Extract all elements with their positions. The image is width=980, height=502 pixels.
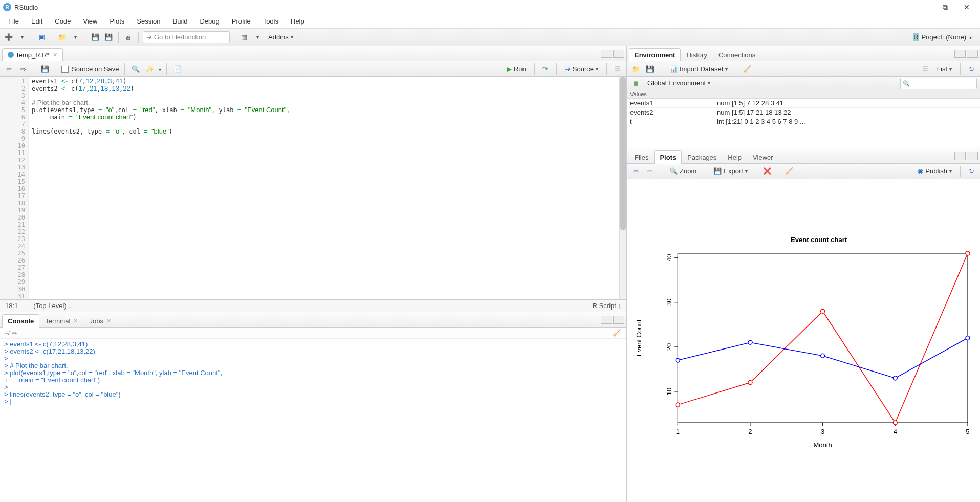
list-view-dropdown[interactable]: List bbox=[934, 63, 955, 75]
env-scope-dropdown[interactable]: Global Environment bbox=[644, 78, 713, 89]
minimize-env-button[interactable] bbox=[954, 50, 966, 58]
close-icon[interactable]: ✕ bbox=[106, 318, 111, 324]
remove-plot-icon[interactable]: ❌ bbox=[761, 166, 773, 177]
svg-point-29 bbox=[821, 354, 825, 358]
zoom-button[interactable]: 🔍Zoom bbox=[666, 166, 700, 177]
minimize-button[interactable]: — bbox=[918, 1, 930, 13]
scope-selector[interactable]: (Top Level) bbox=[18, 302, 592, 310]
console-dir-icon[interactable]: ➦ bbox=[12, 329, 17, 337]
export-button[interactable]: 💾Export bbox=[710, 166, 751, 177]
window-title: RStudio bbox=[14, 4, 918, 11]
wand-icon[interactable]: ✨ bbox=[144, 63, 156, 75]
addins-dropdown[interactable]: Addins bbox=[265, 33, 296, 41]
maximize-env-button[interactable] bbox=[967, 50, 978, 58]
source-on-save-checkbox[interactable] bbox=[61, 66, 69, 73]
close-tab-icon[interactable]: ✕ bbox=[53, 52, 57, 58]
maximize-plots-button[interactable] bbox=[967, 152, 978, 160]
minimize-plots-button[interactable] bbox=[954, 152, 966, 160]
menu-file[interactable]: File bbox=[2, 15, 25, 27]
maximize-button[interactable]: ⧉ bbox=[939, 1, 951, 13]
menu-edit[interactable]: Edit bbox=[25, 15, 49, 27]
minimize-console-button[interactable] bbox=[601, 316, 612, 324]
source-pane: temp_R.R* ✕ ⇦ ⇨ 💾 Source on Save 🔍 ✨ bbox=[0, 46, 626, 312]
open-recent-dropdown[interactable] bbox=[70, 32, 81, 43]
publish-button[interactable]: ◉Publish bbox=[914, 166, 955, 177]
menu-view[interactable]: View bbox=[77, 15, 103, 27]
menu-build[interactable]: Build bbox=[167, 15, 194, 27]
outline-icon[interactable]: ☰ bbox=[612, 63, 623, 75]
clear-plots-icon[interactable]: 🧹 bbox=[783, 166, 795, 177]
refresh-env-icon[interactable]: ↻ bbox=[966, 63, 977, 75]
grid-dropdown[interactable] bbox=[252, 32, 263, 43]
menu-help[interactable]: Help bbox=[285, 15, 311, 27]
find-icon[interactable]: 🔍 bbox=[130, 63, 141, 75]
tab-help[interactable]: Help bbox=[722, 150, 747, 164]
prev-plot-icon[interactable]: ⇦ bbox=[630, 166, 641, 177]
menu-tools[interactable]: Tools bbox=[257, 15, 285, 27]
tab-environment[interactable]: Environment bbox=[629, 48, 681, 61]
code-tools-dropdown[interactable] bbox=[159, 65, 161, 73]
svg-text:Event Count: Event Count bbox=[635, 319, 643, 356]
env-row[interactable]: events1num [1:5] 7 12 28 3 41 bbox=[627, 99, 980, 108]
load-workspace-icon[interactable]: 📁 bbox=[630, 63, 641, 75]
env-row[interactable]: tint [1:21] 0 1 2 3 4 5 6 7 8 9 ... bbox=[627, 117, 980, 126]
forward-icon[interactable]: ⇨ bbox=[17, 63, 29, 75]
main-toolbar: ➕ ▣ 📁 💾 💾 🖨 ➔ Go to file/function ▦ Addi… bbox=[0, 29, 980, 46]
code-editor[interactable]: 1 2 3 4 5 6 7 8 9 10 11 12 13 14 15 16 1… bbox=[0, 77, 626, 299]
svg-text:3: 3 bbox=[821, 428, 824, 435]
rerun-icon[interactable]: ↷ bbox=[540, 63, 551, 75]
source-button[interactable]: ➔Source bbox=[562, 63, 601, 75]
search-env-input[interactable] bbox=[900, 78, 977, 89]
save-all-icon[interactable]: 💾 bbox=[103, 32, 114, 43]
tab-history[interactable]: History bbox=[681, 48, 712, 61]
tab-jobs[interactable]: Jobs✕ bbox=[83, 314, 116, 328]
open-file-icon[interactable]: 📁 bbox=[56, 32, 68, 43]
new-file-dropdown[interactable] bbox=[16, 32, 28, 43]
menu-session[interactable]: Session bbox=[130, 15, 166, 27]
tab-packages[interactable]: Packages bbox=[682, 150, 722, 164]
tab-files[interactable]: Files bbox=[629, 150, 654, 164]
clear-env-icon[interactable]: 🧹 bbox=[742, 63, 753, 75]
menu-code[interactable]: Code bbox=[49, 15, 77, 27]
new-file-icon[interactable]: ➕ bbox=[3, 32, 14, 43]
source-tab[interactable]: temp_R.R* ✕ bbox=[2, 48, 63, 61]
menu-profile[interactable]: Profile bbox=[226, 15, 257, 27]
run-button[interactable]: ▶Run bbox=[504, 63, 529, 75]
print-icon[interactable]: 🖨 bbox=[123, 32, 134, 43]
svg-point-28 bbox=[748, 340, 752, 344]
menu-plots[interactable]: Plots bbox=[103, 15, 130, 27]
back-icon[interactable]: ⇦ bbox=[3, 63, 14, 75]
clear-console-icon[interactable]: 🧹 bbox=[611, 328, 622, 339]
tab-viewer[interactable]: Viewer bbox=[747, 150, 779, 164]
close-icon[interactable]: ✕ bbox=[73, 318, 78, 324]
project-selector[interactable]: R Project: (None) bbox=[913, 33, 977, 41]
tab-console[interactable]: Console bbox=[2, 314, 39, 328]
svg-point-25 bbox=[893, 421, 897, 425]
maximize-pane-button[interactable] bbox=[613, 50, 624, 58]
grid-icon[interactable]: ▦ bbox=[238, 32, 250, 43]
close-button[interactable]: ✕ bbox=[961, 1, 973, 13]
language-selector[interactable]: R Script bbox=[593, 302, 621, 310]
save-workspace-icon[interactable]: 💾 bbox=[644, 63, 656, 75]
minimize-pane-button[interactable] bbox=[601, 50, 612, 58]
save-source-icon[interactable]: 💾 bbox=[39, 63, 51, 75]
menu-debug[interactable]: Debug bbox=[193, 15, 225, 27]
save-icon[interactable]: 💾 bbox=[90, 32, 101, 43]
plot-canvas: Event count chart1234510203040MonthEvent… bbox=[627, 179, 980, 502]
r-env-icon: ◼ bbox=[630, 78, 641, 89]
next-plot-icon[interactable]: ⇨ bbox=[644, 166, 656, 177]
tab-plots[interactable]: Plots bbox=[654, 150, 682, 164]
tab-terminal[interactable]: Terminal✕ bbox=[39, 314, 83, 328]
refresh-plot-icon[interactable]: ↻ bbox=[966, 166, 977, 177]
tab-connections[interactable]: Connections bbox=[713, 48, 761, 61]
env-row[interactable]: events2num [1:5] 17 21 18 13 22 bbox=[627, 108, 980, 117]
maximize-console-button[interactable] bbox=[613, 316, 624, 324]
compile-report-icon[interactable]: 📄 bbox=[172, 63, 183, 75]
svg-text:Event count chart: Event count chart bbox=[791, 236, 847, 244]
console-output[interactable]: > events1 <- c(7,12,28,3,41) > events2 <… bbox=[0, 339, 626, 502]
goto-file-function-input[interactable]: ➔ Go to file/function bbox=[143, 31, 230, 43]
code-content[interactable]: events1 <- c(7,12,28,3,41) events2 <- c(… bbox=[29, 77, 626, 299]
import-dataset-button[interactable]: 📊Import Dataset bbox=[666, 63, 731, 75]
new-project-icon[interactable]: ▣ bbox=[36, 32, 48, 43]
editor-scrollbar[interactable] bbox=[619, 77, 626, 299]
